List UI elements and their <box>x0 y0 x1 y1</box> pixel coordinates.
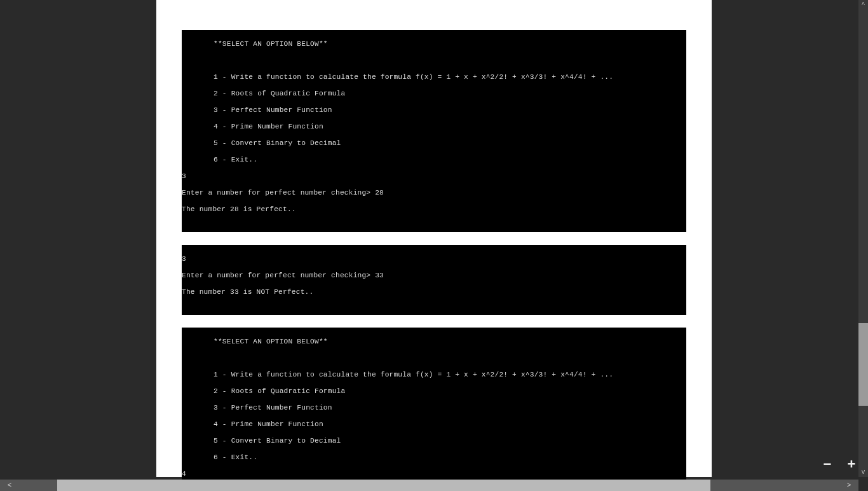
user-choice: 3 <box>182 172 686 181</box>
menu-title: **SELECT AN OPTION BELOW** <box>182 338 686 346</box>
menu-opt-5: 5 - Convert Binary to Decimal <box>182 139 686 148</box>
terminal-block-1: **SELECT AN OPTION BELOW** 1 - Write a f… <box>182 30 686 232</box>
zoom-controls: − + <box>821 458 858 471</box>
menu-opt-1: 1 - Write a function to calculate the fo… <box>182 371 686 379</box>
terminal-block-2: 3 Enter a number for perfect number chec… <box>182 245 686 315</box>
menu-opt-5: 5 - Convert Binary to Decimal <box>182 437 686 445</box>
menu-opt-3: 3 - Perfect Number Function <box>182 404 686 412</box>
terminal-block-3: **SELECT AN OPTION BELOW** 1 - Write a f… <box>182 328 686 491</box>
user-choice: 4 <box>182 470 686 478</box>
scroll-up-icon[interactable]: ^ <box>858 0 868 10</box>
document-page: **SELECT AN OPTION BELOW** 1 - Write a f… <box>156 0 712 477</box>
horizontal-scroll-thumb[interactable] <box>57 480 710 491</box>
menu-opt-1: 1 - Write a function to calculate the fo… <box>182 73 686 81</box>
menu-opt-2: 2 - Roots of Quadratic Formula <box>182 90 686 98</box>
scroll-left-icon[interactable]: < <box>0 480 19 491</box>
menu-opt-6: 6 - Exit.. <box>182 156 686 164</box>
vertical-scrollbar[interactable]: ^ v <box>858 0 868 477</box>
prompt-line: Enter a number for perfect number checki… <box>182 272 686 280</box>
zoom-out-button[interactable]: − <box>821 458 834 471</box>
vertical-scroll-thumb[interactable] <box>858 323 868 406</box>
menu-title: **SELECT AN OPTION BELOW** <box>182 40 686 48</box>
menu-opt-4: 4 - Prime Number Function <box>182 420 686 429</box>
zoom-in-button[interactable]: + <box>845 458 858 471</box>
scroll-right-icon[interactable]: > <box>839 480 858 491</box>
menu-opt-3: 3 - Perfect Number Function <box>182 106 686 114</box>
horizontal-scrollbar[interactable]: < > <box>0 480 858 491</box>
result-line: The number 28 is Perfect.. <box>182 205 686 214</box>
scroll-down-icon[interactable]: v <box>858 467 868 477</box>
result-line: The number 33 is NOT Perfect.. <box>182 288 686 296</box>
menu-opt-2: 2 - Roots of Quadratic Formula <box>182 387 686 396</box>
user-choice: 3 <box>182 255 686 263</box>
menu-opt-4: 4 - Prime Number Function <box>182 123 686 131</box>
prompt-line: Enter a number for perfect number checki… <box>182 189 686 197</box>
menu-opt-6: 6 - Exit.. <box>182 453 686 462</box>
viewer-background: **SELECT AN OPTION BELOW** 1 - Write a f… <box>0 0 868 491</box>
